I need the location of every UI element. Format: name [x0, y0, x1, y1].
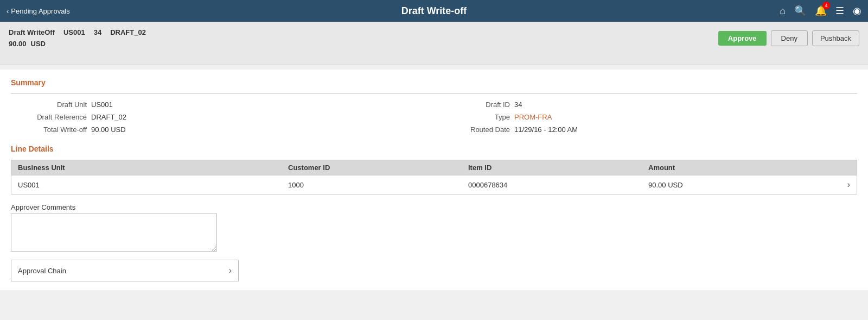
type-value: PROM-FRA	[514, 113, 552, 121]
table-row[interactable]: US001 1000 0000678634 90.00 USD ›	[11, 175, 857, 194]
subheader-reference: DRAFT_02	[110, 28, 146, 36]
approve-button[interactable]: Approve	[718, 31, 767, 46]
col-item-id: Item ID	[468, 164, 648, 172]
draft-unit-value: US001	[91, 101, 113, 109]
action-buttons: Approve Deny Pushback	[718, 30, 859, 46]
row-expand-icon[interactable]: ›	[828, 180, 850, 190]
col-customer-id: Customer ID	[288, 164, 468, 172]
col-amount: Amount	[648, 164, 828, 172]
approver-comments-label: Approver Comments	[11, 203, 857, 211]
col-action	[828, 164, 850, 172]
summary-divider	[11, 93, 857, 94]
subheader-amount-row: 90.00 USD	[9, 40, 146, 48]
subheader-type: Draft WriteOff	[9, 28, 55, 36]
line-details-table: Business Unit Customer ID Item ID Amount…	[11, 160, 857, 194]
approval-chain-label: Approval Chain	[18, 267, 66, 275]
approver-comments-input[interactable]	[11, 214, 217, 252]
page-title: Draft Write-off	[401, 5, 467, 17]
back-icon: ‹	[7, 7, 9, 15]
notifications-icon[interactable]: 🔔 4	[815, 5, 827, 17]
total-writeoff-value: 90.00 USD	[91, 126, 126, 134]
cell-amount: 90.00 USD	[648, 181, 828, 189]
deny-button[interactable]: Deny	[771, 30, 808, 46]
subheader-unit: US001	[63, 28, 85, 36]
approval-chain-chevron-icon: ›	[229, 266, 232, 275]
cell-business-unit: US001	[18, 181, 288, 189]
menu-icon[interactable]: ☰	[835, 5, 844, 17]
search-icon[interactable]: 🔍	[794, 5, 806, 17]
table-header: Business Unit Customer ID Item ID Amount	[11, 160, 857, 175]
subheader-id: 34	[94, 28, 101, 36]
cell-item-id: 0000678634	[468, 181, 648, 189]
total-writeoff-label: Total Write-off	[11, 126, 87, 134]
approver-comments-section: Approver Comments	[11, 203, 857, 253]
draft-unit-label: Draft Unit	[11, 101, 87, 109]
subheader: Draft WriteOff US001 34 DRAFT_02 90.00 U…	[0, 22, 868, 65]
line-details-section: Line Details Business Unit Customer ID I…	[11, 145, 857, 194]
summary-right-col: Draft ID 34 Type PROM-FRA Routed Date 11…	[434, 101, 857, 134]
draft-reference-value: DRAFT_02	[91, 113, 126, 121]
cell-customer-id: 1000	[288, 181, 468, 189]
total-writeoff-row: Total Write-off 90.00 USD	[11, 126, 434, 134]
header: ‹ Pending Approvals Draft Write-off ⌂ 🔍 …	[0, 0, 868, 22]
draft-id-label: Draft ID	[434, 101, 510, 109]
target-icon[interactable]: ◉	[853, 5, 861, 17]
subheader-info: Draft WriteOff US001 34 DRAFT_02 90.00 U…	[9, 26, 146, 48]
routed-date-value: 11/29/16 - 12:00 AM	[514, 126, 578, 134]
subheader-amount-value: 90.00	[9, 40, 27, 48]
summary-section-title: Summary	[11, 78, 857, 87]
line-details-title: Line Details	[11, 145, 857, 153]
summary-left-col: Draft Unit US001 Draft Reference DRAFT_0…	[11, 101, 434, 134]
notification-badge: 4	[822, 2, 830, 9]
subheader-title-row: Draft WriteOff US001 34 DRAFT_02	[9, 28, 146, 36]
type-row: Type PROM-FRA	[434, 113, 857, 121]
approval-chain-section: Approval Chain ›	[11, 260, 857, 281]
header-icons: ⌂ 🔍 🔔 4 ☰ ◉	[780, 5, 861, 17]
draft-id-row: Draft ID 34	[434, 101, 857, 109]
home-icon[interactable]: ⌂	[780, 5, 786, 17]
draft-reference-row: Draft Reference DRAFT_02	[11, 113, 434, 121]
main-content: Summary Draft Unit US001 Draft Reference…	[0, 70, 868, 290]
routed-date-row: Routed Date 11/29/16 - 12:00 AM	[434, 126, 857, 134]
back-button[interactable]: ‹ Pending Approvals	[7, 7, 70, 15]
col-business-unit: Business Unit	[18, 164, 288, 172]
type-label: Type	[434, 113, 510, 121]
draft-unit-row: Draft Unit US001	[11, 101, 434, 109]
approval-chain-box[interactable]: Approval Chain ›	[11, 260, 239, 281]
routed-date-label: Routed Date	[434, 126, 510, 134]
draft-id-value: 34	[514, 101, 522, 109]
pushback-button[interactable]: Pushback	[812, 30, 859, 46]
draft-reference-label: Draft Reference	[11, 113, 87, 121]
summary-grid: Draft Unit US001 Draft Reference DRAFT_0…	[11, 101, 857, 134]
back-label[interactable]: Pending Approvals	[11, 7, 69, 15]
subheader-currency: USD	[31, 40, 46, 48]
